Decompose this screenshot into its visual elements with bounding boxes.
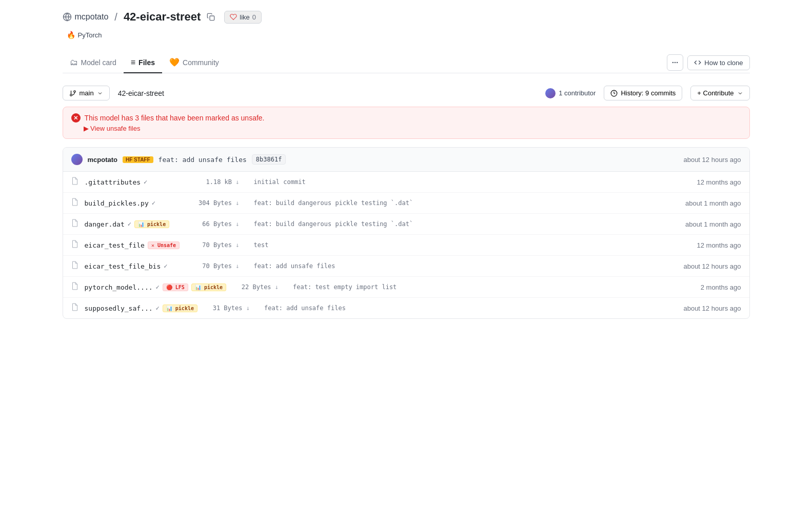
repo-header: mcpotato / 42-eicar-street like 0: [63, 10, 750, 24]
file-time: about 12 hours ago: [675, 305, 741, 312]
how-to-clone-label: How to clone: [704, 59, 743, 67]
file-toolbar: main 42-eicar-street 1 contributor Histo…: [63, 86, 750, 100]
file-size: 70 Bytes ↓: [193, 241, 240, 249]
file-size: 1.18 kB ↓: [193, 178, 240, 186]
commit-user[interactable]: mcpotato: [88, 156, 118, 164]
file-time: about 1 month ago: [675, 199, 741, 207]
file-link[interactable]: .gitattributes: [85, 178, 141, 186]
pickle-badge: 📊 pickle: [191, 283, 226, 291]
branch-label: main: [80, 89, 94, 97]
file-name: build_pickles.py ✓: [85, 199, 187, 207]
more-options-button[interactable]: [667, 54, 683, 71]
clock-icon: [610, 90, 618, 97]
security-check-icon[interactable]: ✓: [156, 283, 160, 291]
table-row: eicar_test_file ✕ Unsafe 70 Bytes ↓ test…: [63, 235, 749, 256]
tab-model-card-label: Model card: [81, 58, 116, 67]
file-table: mcpotato HF STAFF feat: add unsafe files…: [63, 147, 750, 319]
tabs-bar: 🗂 Model card ≡ Files 🧡 Community How to …: [63, 52, 750, 73]
file-icon: [71, 303, 78, 313]
svg-point-3: [675, 62, 676, 63]
code-icon: [694, 59, 701, 66]
framework-tag[interactable]: 🔥 PyTorch: [63, 30, 106, 40]
svg-point-6: [73, 90, 75, 92]
how-to-clone-button[interactable]: How to clone: [687, 55, 749, 70]
contribute-button[interactable]: + Contribute: [690, 86, 749, 100]
tab-files[interactable]: ≡ Files: [124, 53, 162, 73]
file-link[interactable]: pytorch_model....: [85, 283, 153, 291]
file-commit-message: feat: build dangerous pickle testing `.d…: [246, 199, 668, 207]
file-size: 66 Bytes ↓: [193, 220, 240, 228]
file-size: 31 Bytes ↓: [204, 305, 250, 312]
tab-files-label: Files: [138, 58, 155, 67]
tab-community-label: Community: [183, 58, 219, 67]
file-size: 304 Bytes ↓: [193, 199, 240, 207]
more-dots-icon: [671, 59, 679, 66]
svg-rect-1: [210, 16, 214, 21]
pickle-badge: 📊 pickle: [134, 220, 169, 228]
model-card-icon: 🗂: [70, 58, 78, 67]
file-link[interactable]: danger.dat: [85, 220, 125, 228]
file-name: supposedly_saf... ✓ 📊 pickle: [85, 305, 197, 312]
tab-community[interactable]: 🧡 Community: [162, 52, 226, 73]
file-time: 12 months ago: [675, 178, 741, 186]
contributor-info: 1 contributor: [545, 88, 596, 98]
file-link[interactable]: supposedly_saf...: [85, 305, 153, 312]
table-row: build_pickles.py ✓ 304 Bytes ↓ feat: bui…: [63, 193, 749, 214]
owner-link[interactable]: mcpotato: [75, 12, 109, 22]
copy-icon[interactable]: [206, 12, 216, 22]
contributor-avatar: [545, 88, 556, 98]
commit-message: feat: add unsafe files: [159, 156, 247, 164]
view-unsafe-files-link[interactable]: ▶ View unsafe files: [71, 125, 741, 132]
repo-owner: mcpotato: [63, 12, 109, 22]
file-icon: [71, 261, 78, 271]
file-name: eicar_test_file_bis ✓: [85, 262, 187, 270]
security-check-icon[interactable]: ✓: [164, 262, 167, 270]
security-check-icon[interactable]: ✓: [128, 220, 131, 228]
history-button[interactable]: History: 9 commits: [604, 86, 682, 100]
chevron-down-icon-contribute: [737, 90, 743, 96]
security-check-icon[interactable]: ✓: [152, 199, 155, 207]
security-check-icon[interactable]: ✓: [144, 178, 147, 186]
branch-button[interactable]: main: [63, 86, 110, 100]
file-name: danger.dat ✓ 📊 pickle: [85, 220, 187, 228]
repo-path: 42-eicar-street: [118, 89, 537, 97]
heart-icon: [230, 13, 237, 21]
file-size: 70 Bytes ↓: [193, 262, 240, 270]
framework-label: PyTorch: [78, 31, 102, 39]
files-icon: ≡: [131, 58, 135, 67]
file-commit-message: feat: build dangerous pickle testing `.d…: [246, 220, 668, 228]
tab-model-card[interactable]: 🗂 Model card: [63, 53, 124, 73]
warning-title: ✕ This model has 3 files that have been …: [71, 113, 741, 123]
file-link[interactable]: eicar_test_file_bis: [85, 262, 161, 270]
contributor-count: 1 contributor: [559, 89, 596, 97]
repo-tags: 🔥 PyTorch: [63, 30, 750, 40]
file-time: about 1 month ago: [675, 220, 741, 228]
svg-point-4: [677, 62, 678, 63]
lfs-badge: 🔴 LFS: [163, 283, 188, 291]
security-check-icon[interactable]: ✓: [156, 305, 160, 312]
table-row: .gitattributes ✓ 1.18 kB ↓ initial commi…: [63, 172, 749, 193]
community-icon: 🧡: [169, 57, 180, 67]
svg-point-7: [70, 94, 72, 96]
file-link[interactable]: build_pickles.py: [85, 199, 149, 207]
warning-message: This model has 3 files that have been ma…: [85, 114, 265, 122]
commit-hash[interactable]: 8b3861f: [252, 154, 286, 165]
file-link[interactable]: eicar_test_file: [85, 241, 145, 249]
repo-name: 42-eicar-street: [124, 10, 201, 24]
table-row: pytorch_model.... ✓ 🔴 LFS📊 pickle 22 Byt…: [63, 277, 749, 298]
commit-header: mcpotato HF STAFF feat: add unsafe files…: [63, 148, 749, 172]
pickle-badge: 📊 pickle: [163, 305, 197, 312]
contribute-label: + Contribute: [697, 89, 734, 97]
pytorch-icon: 🔥: [67, 31, 75, 39]
like-count: 0: [252, 13, 256, 21]
table-row: danger.dat ✓ 📊 pickle 66 Bytes ↓ feat: b…: [63, 214, 749, 235]
unsafe-badge: ✕ Unsafe: [148, 241, 180, 249]
file-commit-message: feat: test empty import list: [285, 283, 668, 291]
like-button[interactable]: like 0: [224, 11, 262, 24]
table-row: supposedly_saf... ✓ 📊 pickle 31 Bytes ↓ …: [63, 298, 749, 318]
separator: /: [114, 11, 117, 23]
table-row: eicar_test_file_bis ✓ 70 Bytes ↓ feat: a…: [63, 256, 749, 277]
file-size: 22 Bytes ↓: [232, 283, 279, 291]
file-icon: [71, 219, 78, 229]
file-commit-message: test: [246, 241, 668, 249]
